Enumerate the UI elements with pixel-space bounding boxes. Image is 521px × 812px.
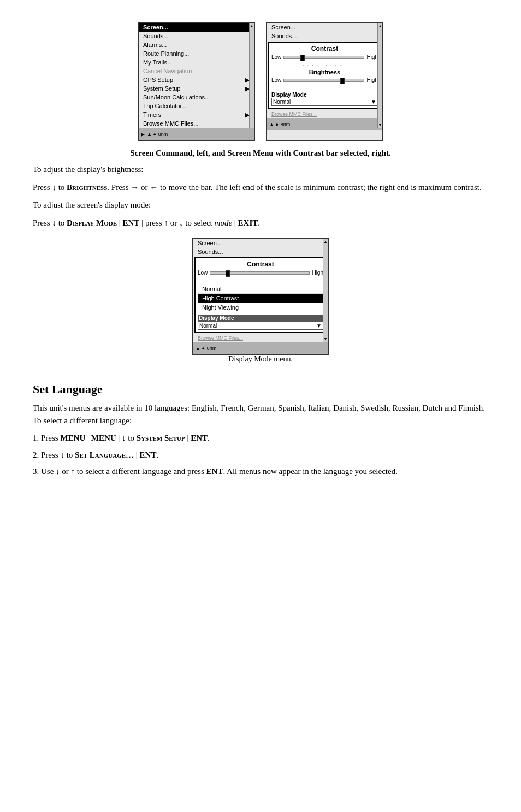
- dm-display-mode-arrow: ▼: [316, 323, 322, 329]
- para2: Press ↓ to Brightness. Press → or ← to m…: [33, 181, 488, 194]
- step1-ent: ENT: [191, 434, 208, 442]
- right-scroll-up: ▲: [378, 24, 382, 28]
- right-contrast-slider[interactable]: [283, 56, 364, 59]
- step3-ent: ENT: [206, 467, 223, 476]
- dm-bottom-label: 8nm: [207, 346, 217, 351]
- right-high-label: High: [366, 54, 378, 60]
- dm-contrast-thumb: [226, 270, 230, 277]
- para1: To adjust the display's brightness:: [33, 163, 488, 176]
- right-menu-screen[interactable]: Screen...: [267, 23, 382, 32]
- para3: To adjust the screen's display mode:: [33, 199, 488, 211]
- right-display-mode-section: Display Mode Normal ▼: [271, 92, 378, 106]
- left-menu-system-setup[interactable]: System Setup: [139, 84, 254, 93]
- dm-mode-list: Normal High Contrast Night Viewing: [198, 285, 323, 312]
- right-display-mode-arrow: ▼: [371, 99, 376, 105]
- left-menu-gps-setup[interactable]: GPS Setup: [139, 75, 254, 84]
- right-contrast-row: Low High: [271, 54, 378, 60]
- para4: Press ↓ to Display Mode | ENT | press ↑ …: [33, 217, 488, 229]
- para2-right-arrow: →: [131, 183, 139, 192]
- para4-mode-italic: mode: [215, 218, 233, 227]
- section-para1: This unit's menus are available in 10 la…: [33, 402, 488, 426]
- dm-display-mode-select[interactable]: Normal ▼: [198, 322, 323, 330]
- para4-up-arrow: ↑: [164, 218, 168, 227]
- step1-system-setup: System Setup: [137, 434, 185, 442]
- dm-display-mode-value: Normal: [199, 323, 217, 329]
- right-brightness-title: Brightness: [271, 69, 378, 75]
- right-menu-sounds[interactable]: Sounds...: [267, 32, 382, 40]
- right-contrast-thumb: [300, 55, 305, 61]
- para4-exit: EXIT: [238, 218, 258, 227]
- left-screen: Screen... Sounds... Alarms... Route Plan…: [138, 22, 255, 141]
- right-screen: Screen... Sounds... Contrast Low High . …: [266, 22, 383, 141]
- step2-down-arrow: ↓: [60, 451, 64, 459]
- display-mode-screen: Screen... Sounds... Contrast Low High . …: [192, 238, 329, 355]
- left-bottom-label: 8nm: [158, 132, 168, 137]
- left-menu-sunmoon[interactable]: Sun/Moon Calculations...: [139, 93, 254, 102]
- dm-scrollbar: ▲ ▼: [323, 239, 328, 342]
- dm-low: Low: [198, 270, 208, 276]
- right-scrollbar: ▲ ▼: [377, 23, 382, 128]
- dm-scroll-up: ▲: [324, 240, 328, 244]
- left-bottom-icon: ▶: [141, 132, 145, 137]
- right-scroll-down: ▼: [378, 123, 382, 127]
- para2-brightness-label: Brightness: [67, 183, 107, 192]
- dm-contrast-row: Low High: [198, 270, 323, 276]
- left-bottom-nav: ▲ ●: [147, 132, 156, 137]
- dm-scroll-down: ▼: [324, 337, 328, 341]
- right-brightness-dots: . . . . . . . . . .: [271, 85, 378, 90]
- step1: 1. Press MENU | MENU | ↓ to System Setup…: [33, 432, 488, 444]
- dm-mode-normal[interactable]: Normal: [198, 285, 323, 294]
- dm-contrast-track[interactable]: [210, 271, 310, 275]
- right-bottom-label: 8nm: [281, 122, 291, 127]
- right-panel-title: Contrast: [271, 45, 378, 52]
- step2: 2. Press ↓ to Set Language… | ENT.: [33, 449, 488, 461]
- display-mode-wrap: Screen... Sounds... Contrast Low High . …: [33, 238, 488, 369]
- left-menu-alarms[interactable]: Alarms...: [139, 40, 254, 49]
- dm-mode-night-viewing[interactable]: Night Viewing: [198, 303, 323, 312]
- left-scroll-up: ▲: [250, 24, 254, 28]
- left-menu-sounds[interactable]: Sounds...: [139, 32, 254, 40]
- dm-dots: . . . . . . . . . .: [198, 277, 323, 282]
- screenshots-row: Screen... Sounds... Alarms... Route Plan…: [33, 22, 488, 141]
- step2-set-language: Set Language…: [75, 451, 134, 459]
- right-brightness-slider[interactable]: [283, 79, 364, 82]
- para2-left-arrow: ←: [150, 183, 158, 192]
- dm-browse-label[interactable]: Browse MMC Files...: [193, 334, 328, 342]
- step1-down-arrow: ↓: [122, 434, 126, 442]
- dm-contrast-title: Contrast: [198, 260, 323, 268]
- right-display-mode-value: Normal: [273, 99, 291, 105]
- section-title: Set Language: [33, 382, 488, 396]
- dm-high: High: [312, 270, 323, 276]
- right-bottom-underline: _: [292, 122, 295, 127]
- step3: 3. Use ↓ or ↑ to select a different lang…: [33, 465, 488, 478]
- step1-menu1: MENU: [60, 434, 85, 442]
- left-scrollbar: ▲: [249, 23, 254, 128]
- left-menu-route[interactable]: Route Planning...: [139, 49, 254, 58]
- para4-ent: ENT: [123, 218, 140, 227]
- right-bottom-nav: ▲ ●: [269, 122, 279, 127]
- para4-down2-arrow: ↓: [179, 218, 183, 227]
- right-browse-label[interactable]: Browse MMC Files...: [267, 110, 382, 118]
- right-display-mode-label: Display Mode: [271, 92, 378, 98]
- right-bottom-bar: ▲ ● 8nm _: [267, 118, 382, 130]
- display-mode-caption: Display Mode menu.: [228, 355, 293, 364]
- left-menu-browse[interactable]: Browse MMC Files...: [139, 119, 254, 128]
- dm-display-mode-bar: Display Mode: [198, 315, 323, 322]
- left-menu-timers[interactable]: Timers: [139, 110, 254, 119]
- step3-up-arrow: ↑: [71, 467, 75, 476]
- dm-bottom-nav: ▲ ●: [196, 346, 205, 351]
- dm-bottom-underline: _: [218, 346, 221, 351]
- right-bright-low: Low: [271, 77, 281, 83]
- dm-mode-high-contrast[interactable]: High Contrast: [198, 294, 323, 303]
- left-menu-trip-calc[interactable]: Trip Calculator...: [139, 102, 254, 110]
- para2-down-arrow: ↓: [52, 183, 56, 192]
- dm-menu-sounds[interactable]: Sounds...: [193, 247, 328, 256]
- dm-menu-screen[interactable]: Screen...: [193, 239, 328, 247]
- left-menu-trails[interactable]: My Trails...: [139, 58, 254, 67]
- main-caption: Screen Command, left, and Screen Menu wi…: [33, 149, 488, 158]
- right-display-mode-select[interactable]: Normal ▼: [271, 98, 378, 106]
- right-brightness-thumb: [340, 78, 345, 84]
- right-low-label: Low: [271, 54, 281, 60]
- left-bottom-underline: _: [170, 132, 173, 137]
- left-menu-header: Screen...: [139, 23, 254, 32]
